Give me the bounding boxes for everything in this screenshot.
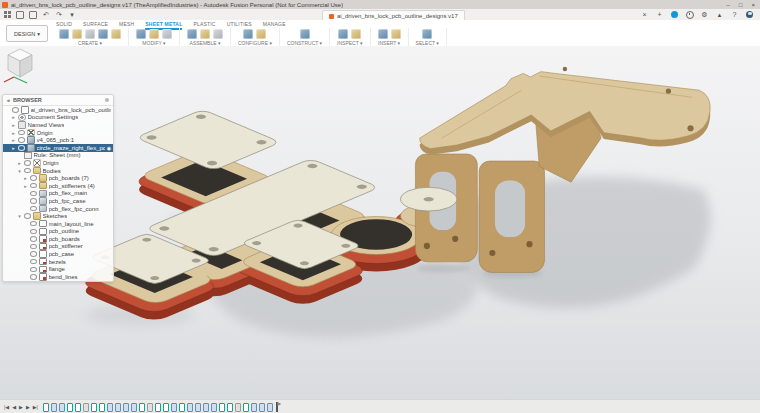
visibility-eye-icon[interactable] bbox=[30, 206, 37, 212]
visibility-eye-icon[interactable] bbox=[30, 251, 37, 257]
tree-item-pcb-flex-main[interactable]: pcb_flex_main bbox=[3, 190, 113, 198]
expand-arrow-icon[interactable]: ▾ bbox=[17, 213, 22, 219]
visibility-eye-icon[interactable] bbox=[30, 267, 37, 273]
tree-item-pcb-flex-fpc-conn[interactable]: pcb_flex_fpc_conn bbox=[3, 205, 113, 213]
more-icon[interactable]: ▾ bbox=[68, 11, 76, 19]
data-panel-icon[interactable] bbox=[4, 11, 11, 18]
tree-item-main-layout-line[interactable]: main_layout_line bbox=[3, 220, 113, 228]
minimize-button[interactable]: – bbox=[727, 2, 730, 8]
timeline-feature-feat[interactable] bbox=[59, 403, 66, 412]
cover-plate-top-left[interactable] bbox=[136, 109, 281, 170]
tree-item-pcb-case[interactable]: pcb_case bbox=[3, 250, 113, 258]
extensions-icon[interactable]: ⚙ bbox=[700, 10, 709, 19]
timeline-position-marker[interactable] bbox=[276, 402, 278, 412]
construction-plane-icon[interactable] bbox=[300, 29, 310, 39]
view-cube[interactable] bbox=[0, 46, 40, 90]
visibility-eye-icon[interactable] bbox=[24, 160, 31, 166]
timeline-feature-feat[interactable] bbox=[123, 403, 130, 412]
unfold-icon[interactable] bbox=[136, 29, 146, 39]
expand-arrow-icon[interactable]: ▸ bbox=[11, 145, 16, 151]
timeline-feature-sketch[interactable] bbox=[91, 403, 98, 412]
tree-item-pcb-fpc-case[interactable]: pcb_fpc_case bbox=[3, 197, 113, 205]
recent-icon[interactable] bbox=[685, 10, 694, 19]
3d-viewport[interactable]: « BROWSER ai_driven_bns_lock_pcb_outline… bbox=[0, 46, 760, 399]
timeline-feature-sketch[interactable] bbox=[67, 403, 74, 412]
timeline-feature-feat[interactable] bbox=[259, 403, 266, 412]
profile-icon[interactable] bbox=[745, 10, 754, 19]
tree-item-document-settings[interactable]: ▸Document Settings bbox=[3, 114, 113, 122]
visibility-eye-icon[interactable] bbox=[30, 221, 37, 227]
step-forward-button[interactable]: ▶ bbox=[26, 404, 30, 410]
derive-icon[interactable] bbox=[111, 29, 121, 39]
configuration-icon[interactable] bbox=[243, 29, 253, 39]
tree-item-pcb-outline[interactable]: pcb_outline bbox=[3, 228, 113, 236]
close-button[interactable]: × bbox=[751, 2, 755, 8]
tree-item-bezels[interactable]: bezels bbox=[3, 258, 113, 266]
insert-mesh-icon[interactable] bbox=[391, 29, 401, 39]
panel-handle-icon[interactable] bbox=[105, 98, 109, 102]
expand-arrow-icon[interactable]: ▸ bbox=[11, 122, 16, 128]
insert-derive-icon[interactable] bbox=[378, 29, 388, 39]
close-tab-icon[interactable]: × bbox=[640, 10, 649, 19]
browser-header[interactable]: « BROWSER bbox=[3, 95, 113, 106]
timeline-feature-feat[interactable] bbox=[195, 403, 202, 412]
tree-item-ai-driven-bns-lock-pcb-outline-des-[interactable]: ai_driven_bns_lock_pcb_outline_des... bbox=[3, 106, 113, 114]
tree-item-v4-065-pcb-1[interactable]: ▸v4_065_pcb:1 bbox=[3, 136, 113, 144]
timeline-feature-sketch[interactable] bbox=[163, 403, 170, 412]
corner-relief-icon[interactable] bbox=[162, 29, 172, 39]
tree-item-pcb-boards-7-[interactable]: ▸pcb_boards (7) bbox=[3, 174, 113, 182]
timeline-feature-gray[interactable] bbox=[83, 403, 90, 412]
tree-item-pcb-boards[interactable]: pcb_boards bbox=[3, 235, 113, 243]
collapse-icon[interactable]: « bbox=[7, 97, 10, 103]
tree-item-pcb-stiffeners-4-[interactable]: ▸pcb_stiffeners (4) bbox=[3, 182, 113, 190]
timeline-feature-sketch[interactable] bbox=[243, 403, 250, 412]
timeline-feature-feat[interactable] bbox=[187, 403, 194, 412]
expand-arrow-icon[interactable]: ▸ bbox=[11, 114, 16, 120]
visibility-eye-icon[interactable] bbox=[30, 191, 37, 197]
timeline-feature-feat[interactable] bbox=[171, 403, 178, 412]
add-tab-icon[interactable]: + bbox=[655, 10, 664, 19]
expand-arrow-icon[interactable]: ▾ bbox=[17, 168, 22, 174]
help-icon[interactable]: ? bbox=[730, 10, 739, 19]
model-canvas[interactable] bbox=[0, 46, 760, 399]
visibility-eye-icon[interactable] bbox=[30, 259, 37, 265]
step-back-button[interactable]: ◀ bbox=[12, 404, 16, 410]
timeline-feature-feat[interactable] bbox=[267, 403, 274, 412]
tree-item-sketches[interactable]: ▾Sketches bbox=[3, 212, 113, 220]
section-analysis-icon[interactable] bbox=[351, 29, 361, 39]
expand-arrow-icon[interactable]: ▸ bbox=[11, 130, 16, 136]
tree-item-bodies[interactable]: ▾Bodies bbox=[3, 167, 113, 175]
new-component-icon[interactable] bbox=[187, 29, 197, 39]
timeline-feature-feat[interactable] bbox=[107, 403, 114, 412]
go-to-end-button[interactable]: ▶| bbox=[33, 404, 38, 410]
extrude-icon[interactable] bbox=[85, 29, 95, 39]
visibility-eye-icon[interactable] bbox=[30, 198, 37, 204]
visibility-eye-icon[interactable] bbox=[24, 168, 31, 174]
select-icon[interactable] bbox=[422, 29, 432, 39]
timeline-feature-sketch[interactable] bbox=[227, 403, 234, 412]
maximize-button[interactable]: □ bbox=[739, 2, 743, 8]
visibility-eye-icon[interactable] bbox=[30, 229, 37, 235]
timeline-feature-gray[interactable] bbox=[235, 403, 242, 412]
timeline-feature-sketch[interactable] bbox=[75, 403, 82, 412]
file-menu-icon[interactable] bbox=[16, 11, 24, 19]
visibility-eye-icon[interactable] bbox=[30, 274, 37, 280]
visibility-eye-icon[interactable] bbox=[24, 213, 31, 219]
tree-item-origin[interactable]: ▸Origin bbox=[3, 129, 113, 137]
visibility-eye-icon[interactable] bbox=[30, 236, 37, 242]
expand-arrow-icon[interactable]: ▸ bbox=[17, 160, 22, 166]
expand-arrow-icon[interactable]: ▸ bbox=[11, 137, 16, 143]
undo-icon[interactable]: ↶ bbox=[42, 11, 50, 19]
notifications-icon[interactable]: ▲ bbox=[715, 10, 724, 19]
visibility-eye-icon[interactable] bbox=[30, 175, 37, 181]
play-button[interactable]: ▶ bbox=[19, 404, 23, 410]
measure-icon[interactable] bbox=[338, 29, 348, 39]
hole-icon[interactable] bbox=[98, 29, 108, 39]
timeline-feature-feat[interactable] bbox=[211, 403, 218, 412]
timeline-feature-feat[interactable] bbox=[203, 403, 210, 412]
rigid-group-icon[interactable] bbox=[213, 29, 223, 39]
timeline-feature-sketch[interactable] bbox=[99, 403, 106, 412]
timeline-feature-gray[interactable] bbox=[147, 403, 154, 412]
modify-flange-icon[interactable] bbox=[149, 29, 159, 39]
save-icon[interactable] bbox=[29, 11, 37, 19]
